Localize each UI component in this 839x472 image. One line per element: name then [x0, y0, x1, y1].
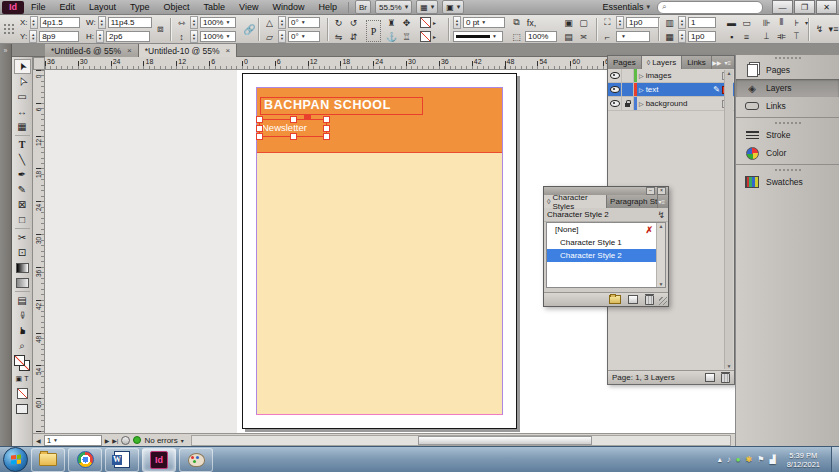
horizontal-scrollbar[interactable] — [191, 435, 731, 446]
corner-size-stepper[interactable] — [616, 16, 624, 29]
next-page-button[interactable]: ▶ — [105, 437, 110, 444]
menu-item[interactable]: Edit — [53, 0, 83, 15]
pen-tool[interactable]: ✒ — [14, 167, 31, 182]
tab-pages[interactable]: Pages — [608, 56, 642, 69]
columns-field[interactable]: 1 — [688, 17, 716, 28]
page-tool[interactable]: ▭ — [14, 89, 31, 104]
align-right-icon[interactable]: ⊦ — [790, 17, 803, 29]
minimize-button[interactable]: — — [772, 0, 793, 14]
select-previous-icon[interactable]: ⚓ — [385, 31, 398, 43]
scale-y-field[interactable]: 100% — [200, 31, 236, 42]
style-row-1[interactable]: Character Style 1 — [547, 236, 665, 249]
shear-angle-field[interactable]: 0° — [288, 31, 320, 42]
restore-button[interactable]: ❐ — [794, 0, 815, 14]
panel-resize-grip[interactable] — [659, 297, 667, 305]
frame-tool[interactable]: ⊠ — [14, 197, 31, 212]
selection-tool[interactable]: ➤ — [14, 59, 31, 74]
panel-menu-icon[interactable]: ▾≡ — [658, 198, 665, 205]
page-1[interactable]: BACHPAN SCHOOL Newsletter — [242, 73, 517, 429]
selection-handle-top-left[interactable] — [256, 116, 263, 123]
text-frame-out-port[interactable] — [304, 114, 311, 120]
dock-button-swatches[interactable]: Swatches — [736, 173, 839, 191]
h-stepper[interactable] — [96, 30, 104, 43]
stroke-flyout-arrow[interactable]: ▸ — [433, 33, 436, 40]
school-title-text-frame[interactable]: BACHPAN SCHOOL — [260, 97, 423, 115]
menu-item[interactable]: View — [232, 0, 265, 15]
rotation-angle-field[interactable]: 0° — [288, 17, 320, 28]
menu-item[interactable]: File — [24, 0, 53, 15]
distribute-middle-icon[interactable]: ⟚ — [775, 31, 788, 43]
align-left-icon[interactable]: ⊪ — [760, 17, 773, 29]
scale-x-stepper[interactable] — [190, 16, 198, 29]
y-position-field[interactable]: 8p9 — [39, 31, 79, 42]
styles-scrollbar[interactable]: ▲▼ — [656, 223, 665, 287]
dock-button-layers[interactable]: ◈Layers — [736, 79, 839, 97]
gap-tool[interactable]: ↔ — [14, 104, 31, 119]
preflight-menu-arrow[interactable]: ▾ — [181, 437, 184, 444]
rotate-cw-icon[interactable]: ↻ — [332, 17, 345, 29]
layer-name[interactable]: images — [646, 71, 722, 80]
tab-close-icon[interactable]: × — [127, 46, 132, 55]
wrap-around-icon[interactable]: ≍ — [577, 31, 590, 43]
stroke-swatch-none[interactable] — [420, 31, 431, 42]
selection-handle-bottom-right[interactable] — [323, 133, 330, 140]
new-style-icon[interactable] — [628, 295, 638, 304]
action-center-flag-icon[interactable]: ⚑ — [757, 455, 764, 464]
fit-frame-icon[interactable]: ▢ — [577, 17, 590, 29]
document-tab-untitled-6[interactable]: *Untitled-6 @ 55% × — [45, 44, 139, 57]
panel-scrollbar[interactable]: ▲▼ — [724, 70, 733, 369]
gutter-stepper[interactable] — [678, 30, 686, 43]
collapse-panel-icon[interactable]: » — [0, 47, 11, 54]
scrollbar-thumb[interactable] — [418, 436, 592, 445]
selection-handle-mid-left[interactable] — [256, 125, 263, 132]
tray-app2-icon[interactable]: ✱ — [746, 455, 753, 464]
tray-app-icon[interactable]: ● — [736, 455, 741, 464]
dock-button-pages[interactable]: Pages — [736, 61, 839, 79]
tab-layers[interactable]: ◊Layers — [642, 56, 682, 69]
height-field[interactable]: 2p6 — [106, 31, 150, 42]
scroll-up-icon[interactable]: ▲ — [727, 70, 732, 76]
search-input[interactable]: ⌕ — [657, 1, 763, 14]
flip-horizontal-icon[interactable]: ⇋ — [332, 31, 345, 43]
frame-options-icon[interactable]: ▭ — [740, 17, 753, 29]
panel-close-icon[interactable]: × — [657, 187, 666, 195]
newsletter-text-frame[interactable]: Newsletter — [259, 119, 327, 137]
rotation-stepper[interactable] — [278, 16, 286, 29]
stroke-weight-field[interactable]: 0 pt — [463, 17, 505, 28]
panel-minimize-icon[interactable]: – — [646, 187, 655, 195]
note-tool[interactable]: ▤ — [14, 293, 31, 308]
menu-item[interactable]: Table — [197, 0, 233, 15]
type-tool[interactable]: T — [14, 137, 31, 152]
delete-layer-icon[interactable] — [721, 373, 730, 383]
columns-stepper[interactable] — [678, 16, 686, 29]
visibility-toggle[interactable] — [608, 69, 622, 82]
zoom-level-dropdown[interactable]: 55.5% — [375, 0, 412, 14]
scissors-tool[interactable]: ✂ — [14, 230, 31, 245]
rectangle-tool[interactable]: □ — [14, 212, 31, 227]
screen-mode-button[interactable]: ▣ — [442, 0, 464, 14]
tab-links[interactable]: Links — [682, 56, 712, 69]
taskbar-word-button[interactable]: W — [105, 448, 139, 472]
gradient-feather-tool[interactable] — [14, 275, 31, 290]
gutter-field[interactable]: 1p0 — [688, 31, 716, 42]
menu-item[interactable]: Layout — [82, 0, 123, 15]
disclosure-triangle-icon[interactable]: ▷ — [639, 100, 644, 107]
show-desktop-button[interactable] — [831, 447, 839, 472]
taskbar-chrome-button[interactable] — [68, 448, 102, 472]
clear-overrides-x-icon[interactable]: ✗ — [645, 225, 653, 235]
layer-row-text[interactable]: ▷ text ✎ — [608, 83, 734, 97]
scale-x-field[interactable]: 100% — [200, 17, 236, 28]
effects-fx-button[interactable]: fx, — [525, 17, 538, 29]
select-container-icon[interactable]: ♜ — [385, 17, 398, 29]
constrain-dimensions-icon[interactable]: ⧈ — [154, 23, 167, 35]
screen-mode-tool-button[interactable] — [14, 401, 31, 416]
eyedropper-tool[interactable]: ✑ — [14, 308, 31, 323]
disclosure-triangle-icon[interactable]: ▷ — [639, 72, 644, 79]
start-button[interactable] — [3, 447, 28, 472]
tab-paragraph-styles[interactable]: Paragraph Sty — [607, 195, 658, 208]
reference-point-proxy[interactable] — [4, 24, 15, 35]
taskbar-paint-button[interactable] — [179, 448, 213, 472]
content-collector-tool[interactable]: ▦ — [14, 119, 31, 134]
layer-name[interactable]: background — [646, 99, 722, 108]
wrap-none-icon[interactable]: ▤ — [562, 31, 575, 43]
